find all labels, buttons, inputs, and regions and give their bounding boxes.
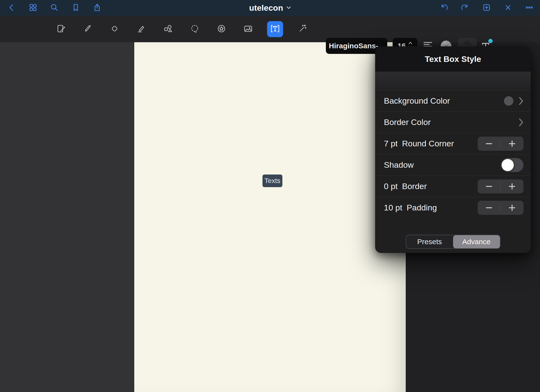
minus-icon: [486, 143, 492, 144]
round-corner-stepper: [478, 137, 523, 151]
ellipsis-icon: [525, 3, 534, 13]
text-box-object[interactable]: Texts: [262, 175, 282, 187]
plus-icon: [509, 141, 515, 147]
border-plus-button[interactable]: [501, 179, 523, 193]
add-page-button[interactable]: [480, 1, 493, 15]
undo-icon: [439, 3, 448, 13]
row-border-color[interactable]: Border Color: [375, 111, 531, 133]
popup-footer: Presets Advance: [375, 235, 531, 249]
page-edit-icon: [56, 24, 66, 35]
padding-plus-button[interactable]: [501, 201, 523, 215]
row-controls: [478, 179, 523, 193]
back-button[interactable]: [5, 1, 18, 15]
image-icon: [243, 24, 253, 35]
padding-stepper: [478, 201, 523, 215]
pen-icon: [83, 24, 93, 35]
chevron-left-icon: [7, 3, 16, 13]
presets-button[interactable]: Presets: [406, 235, 453, 248]
document-page[interactable]: Texts: [134, 42, 406, 392]
tool-image[interactable]: [240, 21, 256, 37]
tool-shapes[interactable]: [160, 21, 176, 37]
round-corner-minus-button[interactable]: [478, 137, 500, 151]
redo-button[interactable]: [458, 1, 472, 15]
bookmark-button[interactable]: [69, 1, 83, 15]
chevron-down-icon: [287, 6, 291, 10]
advance-button[interactable]: Advance: [453, 235, 500, 248]
row-controls: [504, 96, 523, 106]
round-corner-plus-button[interactable]: [501, 137, 523, 151]
plus-icon: [509, 205, 515, 211]
shapes-icon: [163, 24, 173, 35]
popup-title: Text Box Style: [425, 54, 481, 64]
row-label: Border Color: [384, 117, 431, 127]
background-color-swatch: [504, 96, 513, 106]
tool-elements[interactable]: [214, 21, 229, 37]
document-title: utelecon: [249, 3, 283, 13]
close-icon: [504, 3, 512, 13]
undo-button[interactable]: [437, 1, 451, 15]
padding-minus-button[interactable]: [478, 201, 500, 215]
eraser-icon: [110, 24, 120, 35]
add-page-icon: [482, 3, 491, 13]
presets-advance-segment: Presets Advance: [406, 235, 500, 249]
row-controls: [501, 158, 523, 172]
round-corner-value: 7 pt: [384, 139, 398, 148]
style-active-badge: [488, 39, 493, 43]
row-round-corner: 7 pt Round Corner: [375, 133, 531, 154]
minus-icon: [486, 207, 492, 208]
plus-icon: [509, 183, 515, 190]
tool-text[interactable]: [267, 21, 283, 37]
star-sticker-icon: [216, 24, 227, 35]
share-button[interactable]: [90, 1, 104, 15]
popup-header: Text Box Style: [375, 46, 531, 72]
document-title-menu[interactable]: utelecon: [249, 0, 291, 16]
top-navigation-bar: utelecon: [0, 0, 540, 16]
tool-pan-mode[interactable]: [53, 21, 69, 37]
text-box-content: Texts: [264, 177, 280, 185]
row-controls: [478, 201, 523, 215]
border-width-stepper: [478, 179, 523, 193]
chevron-right-icon: [519, 97, 523, 105]
tool-eraser[interactable]: [107, 21, 122, 37]
text-tool-icon: [270, 23, 280, 35]
more-button[interactable]: [523, 1, 536, 15]
row-shadow: Shadow: [375, 154, 531, 175]
shadow-toggle[interactable]: [501, 158, 523, 172]
tool-laser-pointer[interactable]: [294, 21, 310, 37]
popup-arrow: [460, 40, 474, 47]
toggle-knob: [502, 159, 514, 171]
highlighter-icon: [136, 24, 146, 35]
row-controls: [478, 137, 523, 151]
lasso-icon: [190, 24, 200, 35]
row-label: Padding: [407, 203, 437, 212]
bookmark-icon: [71, 3, 80, 13]
row-label: Round Corner: [402, 139, 454, 148]
border-width-value: 0 pt: [384, 182, 398, 191]
tool-highlighter[interactable]: [134, 21, 149, 37]
thumbnail-grid-button[interactable]: [26, 1, 40, 15]
tool-pen[interactable]: [80, 21, 96, 37]
border-minus-button[interactable]: [478, 179, 500, 193]
close-button[interactable]: [501, 1, 515, 15]
row-label: Shadow: [384, 160, 414, 170]
topbar-left-group: [5, 0, 104, 16]
tool-lasso[interactable]: [187, 21, 202, 37]
share-icon: [93, 3, 101, 13]
row-label: Background Color: [384, 96, 450, 106]
text-box-style-popup: Text Box Style Background Color Border C…: [375, 46, 531, 253]
row-background-color[interactable]: Background Color: [375, 90, 531, 111]
tools-toolbar: HiraginoSans-... 16: [0, 16, 540, 42]
row-label: Border: [402, 182, 427, 191]
laser-pointer-icon: [297, 24, 307, 35]
app-root: utelecon: [0, 0, 540, 392]
grid-icon: [29, 3, 37, 13]
padding-value: 10 pt: [384, 203, 402, 212]
search-button[interactable]: [48, 1, 61, 15]
minus-icon: [486, 186, 492, 187]
chevron-right-icon: [519, 118, 523, 127]
redo-icon: [461, 3, 470, 13]
popup-preview-band: [375, 72, 531, 90]
tool-group: [53, 16, 310, 42]
row-border-width: 0 pt Border: [375, 175, 531, 197]
row-controls: [519, 118, 523, 127]
